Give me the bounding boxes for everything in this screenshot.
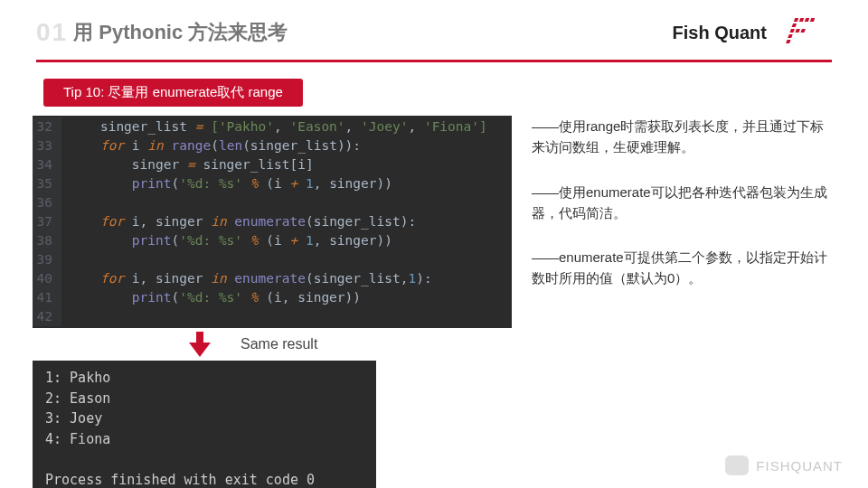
arrow-down-icon — [186, 332, 213, 357]
code-line: 35 print('%d: %s' % (i + 1, singer)) — [33, 174, 512, 193]
section-number: 01 — [36, 18, 68, 47]
code-line: 33 for i in range(len(singer_list)): — [33, 136, 512, 155]
note-2: ——使用enumerate可以把各种迭代器包装为生成器，代码简洁。 — [532, 182, 832, 224]
svg-rect-8 — [788, 34, 792, 38]
page-title: 用 Pythonic 方法来思考 — [73, 19, 288, 46]
output-block: 1: Pakho 2: Eason 3: Joey 4: Fiona Proce… — [33, 361, 376, 488]
svg-rect-9 — [786, 40, 790, 43]
svg-rect-1 — [799, 18, 804, 22]
watermark: FISHQUANT — [725, 455, 843, 475]
code-line: 34 singer = singer_list[i] — [33, 155, 512, 174]
code-line: 40 for i, singer in enumerate(singer_lis… — [33, 269, 512, 288]
note-1: ——使用range时需获取列表长度，并且通过下标来访问数组，生硬难理解。 — [532, 116, 832, 158]
header-divider — [36, 60, 832, 62]
svg-rect-7 — [800, 29, 805, 33]
code-line: 42 — [33, 307, 512, 326]
code-line: 37 for i, singer in enumerate(singer_lis… — [33, 212, 512, 231]
code-line: 39 — [33, 250, 512, 269]
svg-rect-3 — [810, 18, 815, 22]
svg-rect-4 — [792, 23, 797, 27]
svg-rect-0 — [794, 18, 798, 22]
note-3: ——enumerate可提供第二个参数，以指定开始计数时所用的值（默认为0）。 — [532, 247, 832, 289]
code-line: 38 print('%d: %s' % (i + 1, singer)) — [33, 231, 512, 250]
code-block: 32 singer_list = ['Pakho', 'Eason', 'Joe… — [33, 116, 512, 328]
arrow-label: Same result — [241, 336, 317, 352]
svg-rect-2 — [805, 18, 809, 22]
code-line: 36 — [33, 193, 512, 212]
code-line: 41 print('%d: %s' % (i, singer)) — [33, 288, 512, 307]
brand-name: Fish Quant — [673, 23, 767, 43]
code-line: 32 singer_list = ['Pakho', 'Eason', 'Joe… — [33, 117, 512, 136]
svg-rect-5 — [789, 29, 794, 33]
svg-rect-6 — [795, 29, 799, 33]
notes-column: ——使用range时需获取列表长度，并且通过下标来访问数组，生硬难理解。 ——使… — [532, 116, 832, 488]
header: 01 用 Pythonic 方法来思考 Fish Quant — [0, 0, 868, 56]
brand-logo-icon — [783, 16, 832, 49]
watermark-text: FISHQUANT — [756, 458, 843, 474]
wechat-icon — [725, 455, 749, 475]
tip-badge: Tip 10: 尽量用 enumerate取代 range — [43, 79, 303, 107]
